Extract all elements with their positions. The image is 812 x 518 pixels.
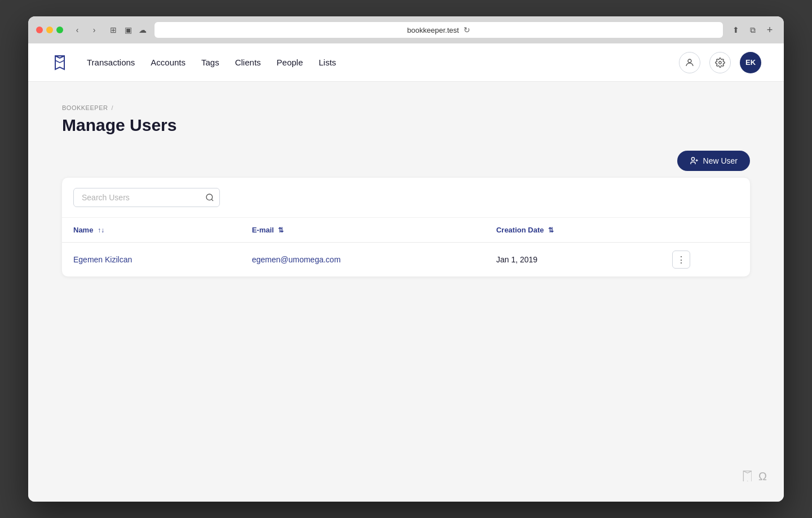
page-content: BOOKKEEPER / Manage Users New User (28, 82, 784, 502)
settings-icon-button[interactable] (709, 52, 731, 73)
new-user-button[interactable]: New User (677, 151, 750, 171)
address-bar[interactable]: bookkeeper.test ↻ (155, 22, 723, 38)
close-button[interactable] (36, 27, 43, 33)
svg-line-6 (211, 199, 213, 201)
search-input-wrapper (73, 188, 220, 207)
footer-omega-icon: Ω (758, 470, 767, 483)
cell-email: egemen@umomega.com (241, 243, 485, 277)
search-input[interactable] (73, 188, 220, 207)
data-table: Name ↑↓ E-mail ⇅ Creation Date ⇅ (62, 218, 750, 276)
row-actions-button[interactable]: ⋮ (672, 251, 690, 269)
nav-people[interactable]: People (277, 58, 303, 67)
svg-point-0 (688, 59, 691, 63)
col-date-label: Creation Date (496, 226, 544, 234)
breadcrumb-separator: / (111, 104, 113, 111)
app-content: Transactions Accounts Tags Clients Peopl… (28, 43, 784, 502)
search-button[interactable] (205, 193, 214, 202)
col-creation-date[interactable]: Creation Date ⇅ (485, 218, 661, 243)
navbar-left: Transactions Accounts Tags Clients Peopl… (51, 54, 336, 72)
cloud-icon[interactable]: ☁ (138, 25, 148, 35)
col-actions (661, 218, 750, 243)
nav-tags[interactable]: Tags (201, 58, 219, 67)
footer-icons: Ω (739, 469, 767, 484)
nav-clients[interactable]: Clients (235, 58, 261, 67)
share-icon[interactable]: ⬆ (730, 24, 742, 36)
table-header-row: Name ↑↓ E-mail ⇅ Creation Date ⇅ (62, 218, 750, 243)
user-name-link[interactable]: Egemen Kizilcan (73, 255, 132, 264)
footer-book-icon (739, 469, 752, 484)
toolbar: New User (62, 151, 750, 171)
table-row: Egemen Kizilcan egemen@umomega.com Jan 1… (62, 243, 750, 277)
table-header: Name ↑↓ E-mail ⇅ Creation Date ⇅ (62, 218, 750, 243)
table-card: Name ↑↓ E-mail ⇅ Creation Date ⇅ (62, 178, 750, 276)
duplicate-icon[interactable]: ⧉ (747, 24, 759, 36)
new-user-label: New User (703, 156, 738, 165)
back-button[interactable]: ‹ (70, 24, 85, 36)
breadcrumb-root: BOOKKEEPER (62, 104, 108, 111)
minimize-button[interactable] (46, 27, 53, 33)
date-sort-icon: ⇅ (548, 226, 554, 234)
url-text: bookkeeper.test (407, 26, 459, 34)
cell-date: Jan 1, 2019 (485, 243, 661, 277)
logo[interactable] (51, 54, 69, 72)
svg-point-2 (691, 157, 694, 160)
nav-transactions[interactable]: Transactions (87, 58, 135, 67)
col-name-label: Name (73, 226, 93, 234)
name-sort-icon: ↑↓ (98, 226, 104, 234)
col-name[interactable]: Name ↑↓ (62, 218, 241, 243)
traffic-lights (36, 27, 63, 33)
svg-point-5 (206, 194, 213, 200)
avatar[interactable]: EK (740, 52, 761, 73)
nav-lists[interactable]: Lists (319, 58, 336, 67)
browser-actions: ⬆ ⧉ + (730, 24, 776, 36)
navbar: Transactions Accounts Tags Clients Peopl… (28, 43, 784, 82)
page-title: Manage Users (62, 116, 750, 135)
sidebar-icon[interactable]: ▣ (123, 25, 133, 35)
reload-icon[interactable]: ↻ (464, 25, 470, 34)
email-link[interactable]: egemen@umomega.com (252, 255, 341, 264)
col-email[interactable]: E-mail ⇅ (241, 218, 485, 243)
browser-chrome: ‹ › ⊞ ▣ ☁ bookkeeper.test ↻ ⬆ ⧉ + (28, 16, 784, 43)
breadcrumb: BOOKKEEPER / (62, 104, 750, 111)
svg-point-1 (719, 61, 722, 64)
nav-buttons: ‹ › (70, 24, 102, 36)
maximize-button[interactable] (56, 27, 63, 33)
col-email-label: E-mail (252, 226, 274, 234)
grid-icon[interactable]: ⊞ (108, 25, 118, 35)
browser-icons: ⊞ ▣ ☁ (108, 25, 148, 35)
nav-accounts[interactable]: Accounts (151, 58, 186, 67)
browser-window: ‹ › ⊞ ▣ ☁ bookkeeper.test ↻ ⬆ ⧉ + (28, 16, 784, 502)
table-body: Egemen Kizilcan egemen@umomega.com Jan 1… (62, 243, 750, 277)
cell-actions: ⋮ (661, 243, 750, 277)
navbar-right: EK (679, 52, 761, 73)
email-sort-icon: ⇅ (278, 226, 284, 234)
search-area (62, 178, 750, 218)
cell-name: Egemen Kizilcan (62, 243, 241, 277)
forward-button[interactable]: › (87, 24, 102, 36)
add-tab-button[interactable]: + (764, 24, 776, 36)
nav-links: Transactions Accounts Tags Clients Peopl… (87, 58, 336, 67)
user-icon-button[interactable] (679, 52, 700, 73)
